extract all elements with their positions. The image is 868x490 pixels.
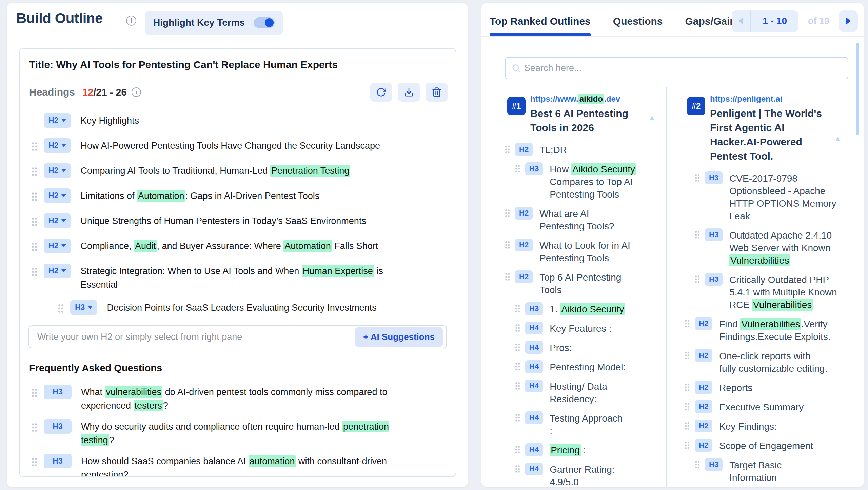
drag-handle-icon[interactable]: [515, 465, 520, 473]
text-segment: https://www.: [530, 94, 578, 103]
heading-level-badge[interactable]: H3: [525, 162, 543, 175]
heading-level-badge[interactable]: H2: [515, 270, 533, 283]
heading-level-badge[interactable]: H2: [44, 163, 71, 178]
drag-handle-icon[interactable]: [685, 422, 689, 430]
heading-level-label: H3: [53, 422, 62, 431]
heading-level-badge[interactable]: H3: [705, 273, 723, 286]
download-button[interactable]: [398, 83, 420, 102]
headings-info-icon[interactable]: [132, 87, 141, 97]
drag-handle-icon[interactable]: [695, 275, 699, 283]
drag-handle-icon[interactable]: [32, 389, 37, 397]
heading-level-badge[interactable]: H2: [695, 349, 712, 362]
drag-handle-icon[interactable]: [32, 192, 37, 201]
heading-text: TL;DR: [539, 143, 567, 156]
heading-level-badge[interactable]: H2: [695, 439, 712, 452]
drag-handle-icon[interactable]: [515, 363, 520, 371]
collapse-up-icon[interactable]: ▲: [648, 113, 656, 122]
heading-level-badge[interactable]: H3: [705, 458, 723, 471]
heading-level-label: H2: [699, 402, 708, 411]
heading-level-badge[interactable]: H3: [44, 454, 72, 468]
refresh-button[interactable]: [370, 83, 392, 102]
result-url[interactable]: https://penligent.ai: [710, 94, 864, 104]
heading-level-badge[interactable]: H3: [44, 419, 72, 434]
drag-handle-icon[interactable]: [32, 268, 37, 277]
prev-page-button[interactable]: [732, 17, 750, 25]
heading-level-badge[interactable]: H4: [525, 341, 543, 354]
heading-level-badge[interactable]: H2: [695, 381, 712, 394]
heading-level-badge[interactable]: H2: [44, 264, 71, 278]
tab-questions[interactable]: Questions: [613, 16, 663, 35]
outline-row: H3Outdated Apache 2.4.10 Web Server with…: [695, 228, 864, 267]
drag-handle-icon[interactable]: [685, 442, 689, 449]
drag-handle-icon[interactable]: [505, 273, 510, 281]
heading-level-badge[interactable]: H2: [695, 317, 712, 330]
toggle-switch[interactable]: [254, 17, 275, 28]
drag-handle-icon[interactable]: [515, 446, 520, 454]
heading-level-badge[interactable]: H3: [70, 300, 97, 315]
heading-level-badge[interactable]: H2: [44, 113, 71, 128]
result-url[interactable]: https://www.aikido.dev: [530, 94, 667, 104]
drag-handle-icon[interactable]: [685, 320, 689, 328]
heading-level-badge[interactable]: H3: [44, 385, 72, 399]
drag-handle-icon[interactable]: [685, 403, 689, 411]
heading-text: How Aikido Security Compares to Top AI P…: [550, 162, 636, 201]
outline-row: H4Key Features :: [515, 322, 667, 335]
drag-handle-icon[interactable]: [32, 142, 37, 151]
result-card-header: #1https://www.aikido.devBest 6 AI Pentes…: [505, 94, 667, 135]
drag-handle-icon[interactable]: [685, 384, 689, 391]
drag-handle-icon[interactable]: [515, 344, 520, 351]
drag-handle-icon[interactable]: [32, 167, 37, 176]
drag-handle-icon[interactable]: [32, 218, 37, 226]
heading-level-badge[interactable]: H2: [44, 138, 71, 153]
highlight-key-terms-toggle[interactable]: Highlight Key Terms: [145, 11, 283, 35]
drag-handle-icon[interactable]: [695, 461, 699, 469]
key-term-highlight: Vulnerabilities: [740, 318, 801, 330]
heading-level-badge[interactable]: H4: [525, 360, 543, 373]
outline-row: H2One-click reports with fully customiza…: [685, 349, 864, 375]
delete-button[interactable]: [426, 83, 448, 102]
drag-handle-icon[interactable]: [32, 458, 37, 467]
drag-handle-icon[interactable]: [515, 324, 520, 332]
drag-handle-icon[interactable]: [515, 414, 520, 422]
drag-handle-icon[interactable]: [505, 241, 510, 249]
new-heading-input[interactable]: [37, 332, 355, 342]
drag-handle-icon[interactable]: [32, 423, 37, 432]
drag-handle-icon[interactable]: [505, 209, 510, 217]
heading-level-badge[interactable]: H3: [705, 171, 723, 184]
heading-level-badge[interactable]: H3: [705, 228, 723, 241]
heading-level-badge[interactable]: H2: [695, 400, 712, 413]
drag-handle-icon[interactable]: [685, 352, 689, 360]
key-term-highlight: testers: [134, 400, 163, 411]
heading-level-badge[interactable]: H4: [525, 463, 543, 475]
heading-level-badge[interactable]: H2: [44, 239, 71, 253]
drag-handle-icon[interactable]: [515, 382, 520, 390]
heading-level-badge[interactable]: H4: [525, 380, 543, 392]
drag-handle-icon[interactable]: [515, 305, 520, 313]
heading-level-badge[interactable]: H2: [695, 420, 712, 432]
drag-handle-icon[interactable]: [505, 146, 510, 154]
ai-suggestions-button[interactable]: + AI Suggestions: [355, 327, 443, 347]
drag-handle-icon[interactable]: [695, 231, 699, 239]
collapse-up-icon[interactable]: ▲: [834, 134, 842, 143]
heading-level-label: H3: [709, 230, 718, 239]
heading-level-badge[interactable]: H4: [525, 411, 543, 424]
heading-level-badge[interactable]: H2: [515, 207, 533, 220]
info-icon[interactable]: [126, 16, 136, 26]
drag-handle-icon[interactable]: [32, 243, 37, 251]
heading-level-badge[interactable]: H2: [44, 213, 71, 228]
heading-level-badge[interactable]: H4: [525, 322, 543, 334]
tab-top-ranked-outlines[interactable]: Top Ranked Outlines: [490, 16, 591, 35]
outline-row: H2Top 6 AI Pentesting Tools: [505, 270, 667, 296]
scrollbar-thumb[interactable]: [856, 43, 859, 135]
drag-handle-icon[interactable]: [58, 304, 63, 313]
drag-handle-icon[interactable]: [695, 174, 699, 182]
heading-level-badge[interactable]: H2: [44, 188, 71, 203]
heading-level-badge[interactable]: H2: [515, 143, 533, 156]
next-page-button[interactable]: [839, 10, 858, 32]
heading-level-label: H4: [529, 413, 539, 422]
heading-level-badge[interactable]: H3: [525, 302, 543, 315]
heading-level-badge[interactable]: H4: [525, 443, 543, 456]
search-input[interactable]: [524, 63, 842, 74]
heading-level-badge[interactable]: H2: [515, 239, 533, 251]
drag-handle-icon[interactable]: [515, 165, 520, 173]
